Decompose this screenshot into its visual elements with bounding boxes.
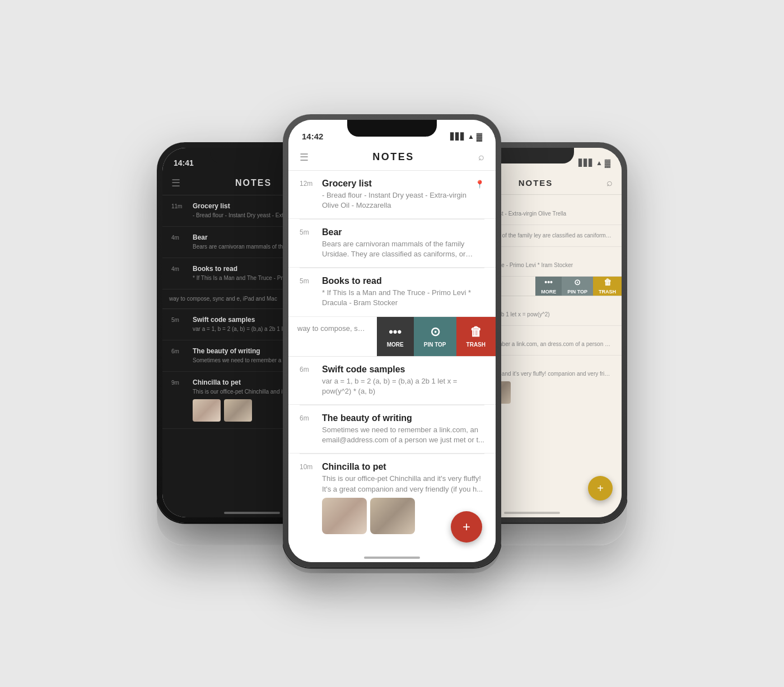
battery-icon-right: ▓ — [605, 158, 610, 167]
more-label-center: MORE — [387, 342, 404, 348]
note-item-grocery-center[interactable]: 12m Grocery list - Bread flour - Instant… — [288, 171, 496, 219]
phone-center: 14:42 ▋▋▋ ▲ ▓ ☰ NOTES ⌕ — [283, 114, 501, 573]
note-title-swift-center: Swift code samples — [322, 364, 484, 375]
menu-icon-center[interactable]: ☰ — [300, 151, 309, 163]
trash-action-icon-right: 🗑 — [604, 278, 612, 287]
time-center: 14:42 — [302, 132, 323, 141]
note-time-left: 11m — [171, 203, 187, 219]
trash-action-icon-center: 🗑 — [470, 325, 482, 339]
more-icon-center: ••• — [389, 325, 402, 339]
pin-action-icon-right: ⊙ — [574, 278, 581, 287]
note-title-beauty-center: The beauty of writing — [322, 413, 484, 423]
note-preview-books-center: * If This Is a Man and The Truce - Primo… — [322, 288, 484, 308]
notch-right — [490, 148, 574, 163]
note-preview-grocery-center: - Bread flour - Instant Dry yeast - Extr… — [322, 190, 469, 211]
note-time-swift-left: 5m — [171, 317, 187, 333]
more-label-right: MORE — [541, 289, 556, 295]
swipe-actions-center: ••• MORE ⊙ PIN TOP 🗑 TRASH — [377, 317, 496, 356]
time-left: 14:41 — [174, 158, 194, 167]
swipe-note-center: way to compose, sync and e, iPad and Mac — [288, 317, 377, 356]
note-time-chinchilla-center: 10m — [300, 463, 316, 534]
note-time-books-center: 5m — [300, 277, 316, 308]
status-icons-right: ▋▋▋ ▲ ▓ — [578, 158, 610, 167]
title-center: NOTES — [309, 151, 478, 163]
note-list-center: 12m Grocery list - Bread flour - Instant… — [288, 171, 496, 542]
action-more-center[interactable]: ••• MORE — [377, 317, 414, 356]
note-content-swift-center: Swift code samples var a = 1, b = 2 (a, … — [322, 364, 484, 396]
note-title-chinchilla-center: Chincilla to pet — [322, 462, 484, 472]
status-icons-center: ▋▋▋ ▲ ▓ — [450, 132, 482, 141]
pin-label-right: PIN TOP — [567, 289, 587, 295]
note-time-swift-center: 6m — [300, 366, 316, 396]
note-preview-beauty-center: Sometimes we need to remember a link.com… — [322, 425, 484, 445]
pin-action-icon-center: ⊙ — [430, 325, 440, 339]
swipe-row-center: way to compose, sync and e, iPad and Mac… — [288, 317, 496, 357]
more-icon-right: ••• — [544, 278, 553, 287]
note-item-books-center[interactable]: 5m Books to read * If This Is a Man and … — [288, 268, 496, 316]
fab-center[interactable]: + — [451, 511, 482, 543]
note-title-books-center: Books to read — [322, 276, 484, 286]
note-title-bear-center: Bear — [322, 227, 484, 237]
note-time-grocery-center: 12m — [300, 180, 316, 211]
pin-icon-center: 📍 — [475, 180, 484, 211]
note-item-swift-center[interactable]: 6m Swift code samples var a = 1, b = 2 (… — [288, 357, 496, 405]
home-indicator-left — [224, 512, 280, 514]
home-indicator-right — [504, 512, 560, 514]
note-title-grocery-center: Grocery list — [322, 179, 469, 189]
note-preview-chinchilla-center: This is our office-pet Chinchilla and it… — [322, 474, 484, 494]
action-trash-right[interactable]: 🗑 TRASH — [593, 277, 622, 296]
swipe-preview-center: way to compose, sync and e, iPad and Mac — [297, 324, 368, 334]
signal-icon-center: ▋▋▋ — [450, 133, 465, 141]
swipe-note-left: way to compose, sync and e, iPad and Mac — [162, 289, 287, 309]
battery-icon-center: ▓ — [477, 132, 482, 141]
note-time-books-left: 4m — [171, 266, 187, 282]
header-center: ☰ NOTES ⌕ — [288, 147, 496, 171]
menu-icon-left[interactable]: ☰ — [171, 177, 180, 189]
note-content-beauty-center: The beauty of writing Sometimes we need … — [322, 413, 484, 445]
trash-label-center: TRASH — [466, 342, 486, 348]
swipe-preview-left: way to compose, sync and e, iPad and Mac — [169, 295, 281, 303]
swipe-actions-right: ••• MORE ⊙ PIN TOP 🗑 TRASH — [535, 277, 622, 296]
note-item-bear-center[interactable]: 5m Bear Bears are carnivoran mammals of … — [288, 219, 496, 268]
thumb1-center — [322, 498, 367, 534]
note-time-beauty-left: 6m — [171, 348, 187, 364]
wifi-icon-right: ▲ — [596, 159, 603, 167]
thumb2-left — [224, 399, 252, 422]
fab-icon-center: + — [463, 511, 470, 543]
fab-icon-right: + — [597, 476, 604, 501]
search-icon-center[interactable]: ⌕ — [478, 151, 484, 163]
screen-center: 14:42 ▋▋▋ ▲ ▓ ☰ NOTES ⌕ — [288, 120, 496, 562]
action-more-right[interactable]: ••• MORE — [535, 277, 562, 296]
action-pin-right[interactable]: ⊙ PIN TOP — [562, 277, 593, 296]
note-preview-swift-center: var a = 1, b = 2 (a, b) = (b,a) a 2b 1 l… — [322, 376, 484, 396]
pin-label-center: PIN TOP — [424, 342, 446, 348]
note-time-chinchilla-left: 9m — [171, 380, 187, 422]
note-time-beauty-center: 6m — [300, 414, 316, 445]
thumb2-center — [370, 498, 415, 534]
note-time-bear-center: 5m — [300, 228, 316, 259]
note-content-books-center: Books to read * If This Is a Man and The… — [322, 276, 484, 308]
note-item-beauty-center[interactable]: 6m The beauty of writing Sometimes we ne… — [288, 405, 496, 454]
notch-center — [347, 120, 437, 137]
thumb1-left — [193, 399, 221, 422]
home-indicator-center — [364, 557, 420, 559]
action-trash-center[interactable]: 🗑 TRASH — [456, 317, 496, 356]
note-content-bear-center: Bear Bears are carnivoran mammals of the… — [322, 227, 484, 259]
notch-left — [210, 148, 294, 163]
note-time-bear-left: 4m — [171, 235, 187, 251]
phones-container: 14:41 ▋▋▋ ▲ ▓ ☰ NOTES ⌕ — [140, 92, 644, 596]
note-content-grocery-center: Grocery list - Bread flour - Instant Dry… — [322, 179, 469, 211]
fab-right[interactable]: + — [588, 476, 613, 501]
wifi-icon-center: ▲ — [468, 133, 474, 141]
search-icon-right[interactable]: ⌕ — [606, 177, 613, 189]
note-preview-bear-center: Bears are carnivoran mammals of the fami… — [322, 239, 484, 259]
signal-icon-right: ▋▋▋ — [578, 159, 594, 167]
trash-label-right: TRASH — [599, 289, 616, 295]
action-pin-center[interactable]: ⊙ PIN TOP — [414, 317, 456, 356]
